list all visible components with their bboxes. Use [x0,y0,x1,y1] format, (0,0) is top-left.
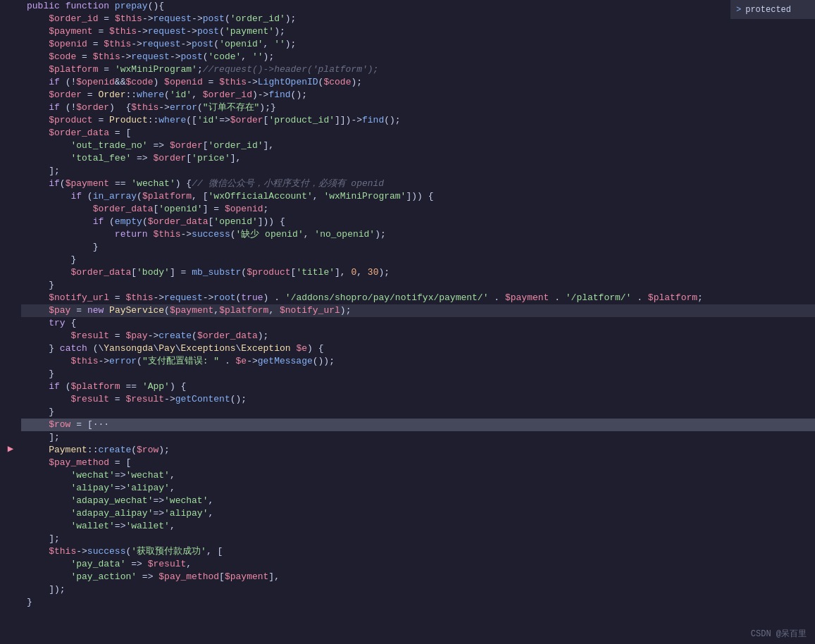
code-line: public function prepay(){ [21,0,815,13]
code-line: } [21,241,815,254]
code-line: $order = Order::where('id', $order_id)->… [21,89,815,101]
code-line: 'out_trade_no' => $order['order_id'], [21,140,815,152]
top-bar-arrow: > [736,5,741,15]
code-line: } [21,279,815,292]
code-line: 'wechat'=>'wechat', [21,469,815,482]
code-line: 'adapay_alipay'=>'alipay', [21,507,815,520]
code-line: $pay_method = [ [21,457,815,469]
code-line: $notify_url = $this->request->root(true)… [21,292,815,304]
bottom-bar: CSDN @呆百里 [604,623,815,644]
code-line: if (empty($order_data['openid'])) { [21,216,815,228]
code-line: } catch (\Yansongda\Pay\Exceptions\Excep… [21,342,815,355]
line-indicator: ▶ [0,442,21,454]
code-line-active: $row = [··· [21,419,815,431]
code-line: if ($platform == 'App') { [21,380,815,393]
code-line: ]; [21,165,815,178]
code-line: } [21,406,815,419]
code-line: 'wallet'=>'wallet', [21,520,815,533]
code-editor: > protected ▶ public function prepay(){ … [0,0,815,644]
code-line: $order_data = [ [21,127,815,140]
code-line: 'total_fee' => $order['price'], [21,152,815,165]
code-line: ]; [21,533,815,545]
top-bar-label: protected [745,5,791,15]
code-line: $this->error("支付配置错误: " . $e->getMessage… [21,355,815,368]
code-line: $code = $this->request->post('code', '')… [21,51,815,63]
code-line: 'pay_action' => $pay_method[$payment], [21,571,815,583]
code-line: try { [21,317,815,330]
code-line: if (in_array($platform, ['wxOfficialAcco… [21,190,815,203]
code-line: $platform = 'wxMiniProgram';//request()-… [21,63,815,76]
code-line: $openid = $this->request->post('openid',… [21,38,815,51]
code-line: $order_data['body'] = mb_substr($product… [21,266,815,279]
code-line: } [21,254,815,266]
code-line: $product = Product::where(['id'=>$order[… [21,114,815,127]
code-line: 'alipay'=>'alipay', [21,482,815,495]
code-line: if($payment == 'wechat') {// 微信公众号，小程序支付… [21,178,815,190]
code-line: return $this->success('缺少 openid', 'no_o… [21,228,815,241]
code-line: } [21,596,815,609]
code-line: ]); [21,583,815,596]
credit-text: CSDN @呆百里 [751,628,807,640]
code-line: $pay = new PayService($payment,$platform… [21,304,815,317]
code-line: if (!$openid&&$code) $openid = $this->Li… [21,76,815,89]
code-line: $result = $pay->create($order_data); [21,330,815,342]
code-line: $payment = $this->request->post('payment… [21,25,815,38]
code-area: public function prepay(){ $order_id = $t… [21,0,815,644]
code-line: } [21,368,815,380]
code-line: ]; [21,431,815,444]
code-line: $result = $result->getContent(); [21,393,815,406]
gutter: ▶ [0,0,21,644]
code-line: $order_data['openid'] = $openid; [21,203,815,216]
code-line: $this->success('获取预付款成功', [ [21,545,815,558]
code-line: if (!$order) {$this->error("订单不存在");} [21,101,815,114]
top-bar: > protected [730,0,815,19]
code-line: 'adapay_wechat'=>'wechat', [21,495,815,507]
code-line: 'pay_data' => $result, [21,558,815,571]
code-line: $order_id = $this->request->post('order_… [21,13,815,25]
code-line: Payment::create($row); [21,444,815,457]
